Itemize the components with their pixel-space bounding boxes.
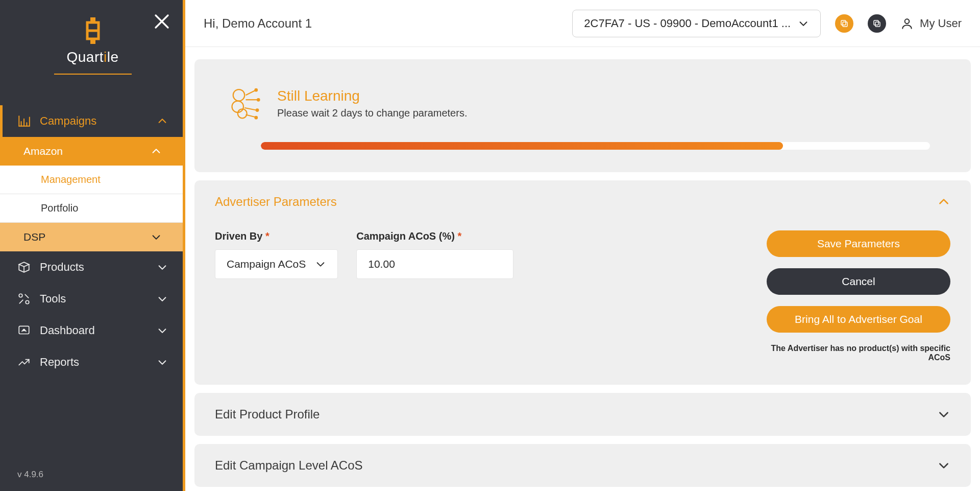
svg-line-28 xyxy=(244,108,256,110)
advertiser-parameters-header[interactable]: Advertiser Parameters xyxy=(194,180,971,223)
nav-label: Dashboard xyxy=(40,324,95,337)
svg-line-30 xyxy=(246,115,255,118)
svg-point-21 xyxy=(233,89,245,101)
user-name: My User xyxy=(920,17,962,30)
nav-campaigns[interactable]: Campaigns xyxy=(0,105,185,137)
nav-dashboard[interactable]: Dashboard xyxy=(0,315,185,346)
box-icon xyxy=(17,261,31,274)
content-area: Still Learning Please wait 2 days to cha… xyxy=(185,47,980,491)
nav-portfolio[interactable]: Portfolio xyxy=(0,194,185,223)
copy-icon xyxy=(840,19,849,28)
nav-label: Portfolio xyxy=(41,202,78,214)
svg-point-29 xyxy=(256,109,259,111)
section-title: Edit Product Profile xyxy=(215,407,320,422)
bring-all-button[interactable]: Bring All to Advertiser Goal xyxy=(767,306,950,333)
copy-icon xyxy=(872,19,881,28)
nav-dsp[interactable]: DSP xyxy=(0,223,185,251)
learning-title: Still Learning xyxy=(277,88,467,104)
nav-products[interactable]: Products xyxy=(0,251,185,283)
edit-campaign-acos-section: Edit Campaign Level ACoS xyxy=(194,444,971,487)
copy-button[interactable] xyxy=(835,14,853,33)
svg-point-31 xyxy=(255,116,258,119)
driven-by-group: Driven By * Campaign ACoS xyxy=(215,230,338,362)
tools-icon xyxy=(17,292,31,306)
svg-point-13 xyxy=(26,300,29,304)
chevron-up-icon xyxy=(157,115,168,127)
svg-point-12 xyxy=(19,294,22,297)
svg-rect-16 xyxy=(843,22,847,27)
svg-point-22 xyxy=(232,101,244,113)
chevron-down-icon xyxy=(937,408,950,421)
greeting: Hi, Demo Account 1 xyxy=(204,16,312,31)
learning-subtitle: Please wait 2 days to change parameters. xyxy=(277,107,467,119)
svg-point-20 xyxy=(905,19,910,24)
driven-by-select[interactable]: Campaign ACoS xyxy=(215,249,338,279)
close-icon xyxy=(153,12,171,31)
nav-reports[interactable]: Reports xyxy=(0,346,185,378)
chevron-down-icon xyxy=(157,293,168,305)
svg-point-25 xyxy=(255,89,258,91)
svg-rect-17 xyxy=(841,20,846,25)
nav-label: Management xyxy=(41,174,101,185)
acos-group: Campaign ACoS (%) * xyxy=(356,230,513,362)
account-selector-value: 2C7FA7 - US - 09900 - DemoAccount1 ... xyxy=(584,17,791,30)
logo: Quartile xyxy=(0,0,185,75)
chevron-down-icon xyxy=(157,357,168,368)
user-menu[interactable]: My User xyxy=(900,17,962,30)
chevron-down-icon xyxy=(798,18,809,29)
nav-label: Products xyxy=(40,261,84,274)
chevron-down-icon xyxy=(157,262,168,273)
chevron-down-icon xyxy=(315,259,326,270)
user-icon xyxy=(900,17,914,30)
logo-mark-icon xyxy=(83,17,103,44)
section-title: Edit Campaign Level ACoS xyxy=(215,458,363,473)
chevron-down-icon xyxy=(937,459,950,472)
edit-product-profile-section: Edit Product Profile xyxy=(194,393,971,436)
chevron-up-icon xyxy=(151,146,162,157)
acos-input-wrap xyxy=(356,249,513,279)
chevron-down-icon xyxy=(157,325,168,336)
svg-rect-19 xyxy=(874,20,878,25)
nav-amazon[interactable]: Amazon xyxy=(0,137,185,166)
advertiser-hint: The Advertiser has no product(s) with sp… xyxy=(767,344,950,362)
edit-campaign-acos-header[interactable]: Edit Campaign Level ACoS xyxy=(194,444,971,487)
svg-line-24 xyxy=(246,90,255,95)
driven-by-label: Driven By * xyxy=(215,230,338,242)
sidebar: Quartile Campaigns Amazon Ma xyxy=(0,0,185,491)
chevron-down-icon xyxy=(151,231,162,243)
acos-input[interactable] xyxy=(368,258,502,270)
copy-dark-button[interactable] xyxy=(868,14,886,33)
svg-rect-18 xyxy=(875,22,880,27)
nav-label: Campaigns xyxy=(40,114,96,128)
close-sidebar-button[interactable] xyxy=(153,12,171,31)
learning-progress-fill xyxy=(261,142,783,150)
main: Hi, Demo Account 1 2C7FA7 - US - 09900 -… xyxy=(185,0,980,491)
save-parameters-button[interactable]: Save Parameters xyxy=(767,230,950,257)
svg-point-27 xyxy=(257,99,260,101)
nav-label: Amazon xyxy=(23,145,63,157)
acos-label: Campaign ACoS (%) * xyxy=(356,230,513,242)
learning-panel: Still Learning Please wait 2 days to cha… xyxy=(194,59,971,172)
buttons-column: Save Parameters Cancel Bring All to Adve… xyxy=(767,230,950,362)
edit-product-profile-header[interactable]: Edit Product Profile xyxy=(194,393,971,436)
main-nav: Campaigns Amazon Management Portfolio DS… xyxy=(0,105,185,462)
version-label: v 4.9.6 xyxy=(0,462,185,491)
dashboard-icon xyxy=(17,324,31,337)
section-title: Advertiser Parameters xyxy=(215,195,337,209)
chevron-up-icon xyxy=(937,195,950,208)
bar-chart-icon xyxy=(17,114,31,128)
logo-text: Quartile xyxy=(0,49,185,65)
nav-label: Reports xyxy=(40,356,79,369)
nav-tools[interactable]: Tools xyxy=(0,283,185,315)
account-selector[interactable]: 2C7FA7 - US - 09900 - DemoAccount1 ... xyxy=(572,10,821,37)
brain-icon xyxy=(225,85,262,122)
driven-by-value: Campaign ACoS xyxy=(227,258,306,270)
cancel-button[interactable]: Cancel xyxy=(767,268,950,295)
learning-progress xyxy=(261,142,930,150)
nav-management[interactable]: Management xyxy=(0,166,185,194)
topbar: Hi, Demo Account 1 2C7FA7 - US - 09900 -… xyxy=(185,0,980,47)
reports-icon xyxy=(17,356,31,369)
advertiser-parameters-section: Advertiser Parameters Driven By * Campai… xyxy=(194,180,971,385)
nav-label: Tools xyxy=(40,292,66,306)
nav-label: DSP xyxy=(23,231,45,243)
